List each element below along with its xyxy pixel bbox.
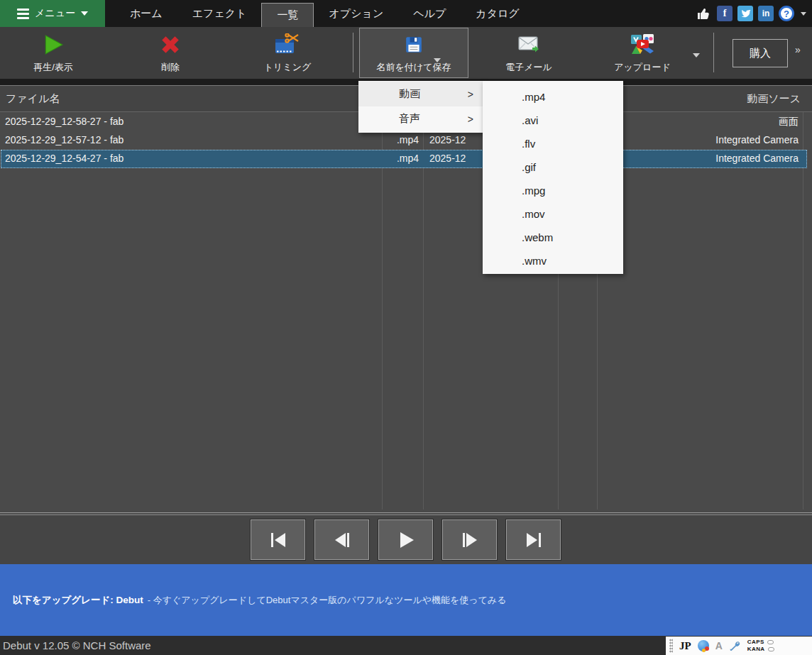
facebook-icon[interactable]: f (717, 6, 733, 21)
main-menu-button[interactable]: メニュー (0, 0, 105, 27)
delete-label: 削除 (161, 61, 180, 74)
last-file-button[interactable] (505, 519, 561, 561)
tab-help[interactable]: ヘルプ (398, 0, 461, 27)
play-icon (43, 28, 64, 61)
linkedin-icon[interactable]: in (758, 6, 774, 21)
delete-x-icon (160, 28, 181, 61)
ime-caps-kana-indicator[interactable]: CAPS KANA (747, 639, 774, 653)
menu-item-video[interactable]: 動画 > (358, 82, 483, 106)
column-header-filename[interactable]: ファイル名 (6, 92, 60, 106)
step-back-icon (331, 530, 353, 550)
trim-label: トリミング (264, 61, 312, 74)
ime-wrench-icon[interactable] (729, 640, 741, 652)
tab-strip: ホーム エフェクト 一覧 オプション ヘルプ カタログ (115, 0, 534, 27)
ime-language-bar: JP A CAPS KANA (666, 637, 812, 655)
menu-item-label: 音声 (399, 112, 420, 126)
menu-item-label: 動画 (399, 87, 420, 101)
upload-services-icon (629, 28, 656, 61)
tab-options[interactable]: オプション (314, 0, 398, 27)
caps-label: CAPS (747, 639, 764, 646)
upload-button[interactable]: アップロード (600, 28, 685, 77)
tab-home[interactable]: ホーム (115, 0, 177, 27)
file-name: 2025-12-29_12-57-12 - fab (5, 134, 124, 145)
save-as-label: 名前を付けて保存 (377, 61, 451, 74)
next-file-button[interactable] (441, 519, 498, 561)
chevron-down-icon (434, 58, 441, 62)
menu-item-avi[interactable]: .avi (483, 109, 623, 132)
trim-button[interactable]: トリミング (245, 28, 330, 77)
buy-button[interactable]: 購入 (733, 39, 788, 67)
transport-bar (0, 514, 812, 564)
file-video-source: 画面 (779, 116, 799, 128)
save-as-button[interactable]: 名前を付けて保存 (359, 28, 468, 78)
save-floppy-icon (405, 28, 423, 61)
first-file-button[interactable] (250, 519, 306, 561)
play-button[interactable] (378, 519, 434, 561)
file-video-source: Integrated Camera (715, 153, 799, 164)
upgrade-banner: 以下をアップグレード: Debut- 今すぐアップグレードしてDebutマスター… (0, 564, 812, 636)
tab-effects[interactable]: エフェクト (177, 0, 262, 27)
upgrade-banner-text: 以下をアップグレード: Debut- 今すぐアップグレードしてDebutマスター… (13, 594, 507, 607)
like-icon[interactable] (696, 6, 712, 21)
file-list: ファイル名 動画ソース 2025-12-29_12-58-27 - fab 画面… (0, 85, 812, 513)
toolbar-overflow-chevron[interactable]: » (795, 44, 801, 55)
column-header-video-source[interactable]: 動画ソース (747, 92, 801, 106)
main-menu-label: メニュー (35, 7, 75, 20)
skip-last-icon (523, 530, 544, 550)
column-divider[interactable] (423, 112, 424, 510)
upgrade-banner-message: - 今すぐアップグレードしてDebutマスター版のパワフルなツールや機能を使って… (148, 595, 507, 605)
email-button[interactable]: 電子メール (486, 28, 571, 77)
menu-item-gif[interactable]: .gif (483, 155, 623, 179)
trim-scissors-icon (274, 28, 301, 61)
ime-mode-globe-icon[interactable] (698, 640, 709, 651)
chevron-down-icon[interactable] (801, 12, 806, 16)
file-row[interactable]: 2025-12-29_12-57-12 - fab .mp4 2025-12 I… (1, 131, 807, 150)
caps-led (767, 640, 774, 644)
file-name: 2025-12-29_12-54-27 - fab (5, 153, 124, 164)
toolbar: 再生/表示 削除 トリミング (0, 27, 812, 79)
previous-file-button[interactable] (314, 519, 370, 561)
chevron-down-icon (81, 11, 88, 16)
kana-led (768, 647, 774, 651)
play-icon (395, 530, 417, 550)
tab-list[interactable]: 一覧 (261, 3, 314, 27)
play-display-button[interactable]: 再生/表示 (11, 28, 96, 77)
help-icon[interactable]: ? (779, 6, 794, 21)
file-row-selected[interactable]: 2025-12-29_12-54-27 - fab .mp4 2025-12 I… (1, 150, 807, 168)
toolbar-divider (353, 33, 353, 72)
email-envelope-icon (518, 28, 539, 61)
ime-language-label[interactable]: JP (679, 640, 691, 652)
hamburger-icon (17, 9, 29, 19)
social-links: f in ? (696, 0, 812, 27)
column-divider[interactable] (803, 112, 803, 510)
debut-app-window: メニュー ホーム エフェクト 一覧 オプション ヘルプ カタログ f in ? (0, 0, 812, 655)
ime-tool-a-icon[interactable]: A (715, 640, 723, 651)
menu-item-mpg[interactable]: .mpg (483, 179, 623, 202)
ime-drag-handle[interactable] (669, 639, 673, 653)
submenu-arrow-icon: > (468, 114, 473, 125)
menu-bar: メニュー ホーム エフェクト 一覧 オプション ヘルプ カタログ f in ? (0, 0, 812, 27)
menu-item-flv[interactable]: .flv (483, 132, 623, 155)
kana-label: KANA (747, 646, 765, 653)
chevron-down-icon (693, 53, 700, 57)
delete-button[interactable]: 削除 (128, 28, 213, 77)
step-forward-icon (459, 530, 481, 550)
menu-item-mov[interactable]: .mov (483, 202, 623, 226)
tab-catalog[interactable]: カタログ (461, 0, 534, 27)
twitter-icon[interactable] (737, 6, 753, 21)
menu-item-mp4[interactable]: .mp4 (483, 85, 623, 109)
column-divider[interactable] (382, 112, 383, 510)
file-date: 2025-12 (429, 153, 466, 164)
skip-first-icon (268, 530, 289, 550)
menu-item-webm[interactable]: .webm (483, 226, 623, 249)
menu-item-audio[interactable]: 音声 > (358, 106, 483, 131)
upload-dropdown-button[interactable] (687, 48, 706, 62)
file-video-source: Integrated Camera (715, 134, 799, 145)
upload-label: アップロード (614, 61, 671, 74)
menu-item-wmv[interactable]: .wmv (483, 249, 623, 273)
version-text: Debut v 12.05 © NCH Software (3, 639, 151, 651)
save-as-menu: 動画 > 音声 > (358, 81, 483, 133)
video-format-submenu: .mp4 .avi .flv .gif .mpg .mov .webm .wmv (483, 81, 623, 274)
file-name: 2025-12-29_12-58-27 - fab (5, 116, 124, 127)
submenu-arrow-icon: > (468, 89, 473, 100)
